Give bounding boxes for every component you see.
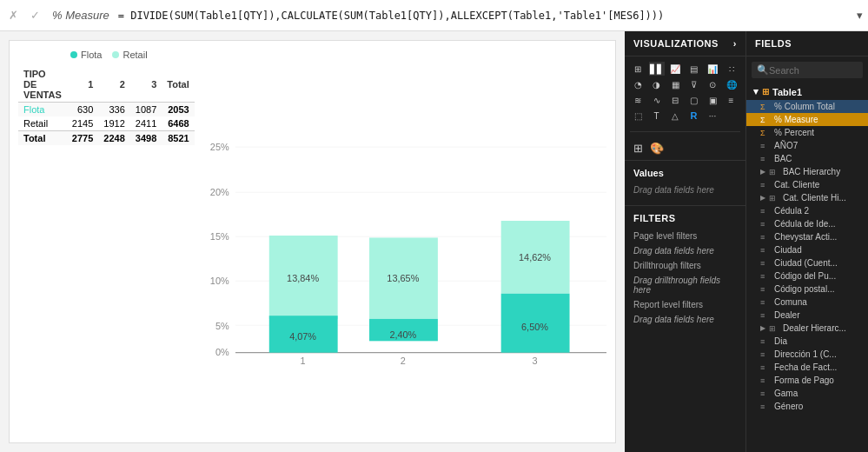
search-box[interactable]: 🔍 (752, 62, 863, 78)
viz-icon-waterfall[interactable]: ≋ (630, 93, 646, 107)
field-hierarchy-icon: ⊞ (769, 324, 779, 333)
field-item[interactable]: ≡ Dia (746, 335, 868, 348)
field-label: BAC (774, 154, 792, 163)
formula-input[interactable] (118, 10, 851, 22)
field-item[interactable]: Σ % Column Total (746, 100, 868, 113)
expand-icon: ▶ (760, 324, 765, 332)
viz-icon-fields[interactable]: ⊞ (630, 141, 646, 155)
filter-drillthrough[interactable]: Drillthrough filters (633, 258, 737, 273)
field-label: BAC Hierarchy (783, 167, 840, 176)
field-item[interactable]: ≡ Ciudad (Cuent... (746, 256, 868, 269)
viz-icon-line[interactable]: 📈 (667, 62, 683, 76)
field-icon: ≡ (760, 207, 771, 216)
search-input[interactable] (769, 65, 868, 76)
confirm-icon[interactable]: ✓ (27, 7, 43, 23)
viz-icon-column[interactable]: 📊 (705, 62, 720, 76)
field-item[interactable]: ≡ Código del Pu... (746, 269, 868, 282)
viz-icon-ribbon[interactable]: ∿ (649, 93, 665, 107)
visualizations-panel: VISUALIZATIONS › ⊞ ▋▋ 📈 ▤ 📊 ∷ ◔ ◑ ▦ ⊽ ⊙ … (625, 31, 746, 452)
field-label: Código del Pu... (774, 271, 836, 281)
field-item[interactable]: Σ % Percent (746, 126, 868, 139)
viz-icon-shape[interactable]: △ (667, 109, 683, 123)
viz-icon-map[interactable]: 🌐 (724, 77, 739, 91)
filter-page-level[interactable]: Page level filters (633, 229, 737, 243)
values-label: Values (633, 168, 737, 178)
table-header-row: TIPO DE VENTAS 1 2 3 Total (18, 67, 195, 103)
field-label: Género (774, 402, 803, 411)
viz-icon-card[interactable]: ▢ (686, 93, 702, 107)
field-item[interactable]: ≡ Dealer (746, 309, 868, 322)
field-item[interactable]: ▶ ⊞ Cat. Cliente Hi... (746, 191, 868, 204)
row-retail-v3: 2411 (130, 116, 162, 131)
col-header-tipo: TIPO DE VENTAS (18, 67, 67, 103)
field-item[interactable]: ≡ Género (746, 400, 868, 413)
field-label: Gama (774, 389, 798, 398)
field-item[interactable]: ≡ Forma de Pago (746, 374, 868, 387)
field-table-header[interactable]: ▾ ⊞ Table1 (746, 83, 868, 100)
filters-title: FILTERS (633, 213, 737, 223)
viz-icon-bar[interactable]: ▋▋ (649, 62, 665, 76)
field-item[interactable]: ≡ AÑO7 (746, 139, 868, 152)
chart-and-table: TIPO DE VENTAS 1 2 3 Total Flota 630 (18, 67, 606, 434)
filter-report-level[interactable]: Report level filters (633, 297, 737, 312)
field-item[interactable]: ≡ Gama (746, 387, 868, 400)
field-label: AÑO7 (774, 141, 798, 150)
formula-dropdown-icon[interactable]: ▾ (857, 9, 863, 22)
field-item[interactable]: ≡ Chevystar Acti... (746, 230, 868, 243)
viz-icon-pie[interactable]: ◔ (630, 77, 646, 91)
viz-icon-donut[interactable]: ◑ (649, 77, 665, 91)
field-icon: ≡ (760, 285, 771, 294)
field-item[interactable]: ≡ Fecha de Fact... (746, 361, 868, 374)
viz-icon-gauge[interactable]: ⊙ (705, 77, 720, 91)
viz-icon-format[interactable]: 🎨 (649, 141, 665, 155)
viz-icon-table[interactable]: ⊞ (630, 62, 646, 76)
filter-drag-drillthrough[interactable]: Drag drillthrough fields here (633, 273, 737, 297)
field-item[interactable]: ▶ ⊞ Dealer Hierarc... (746, 322, 868, 335)
field-item[interactable]: ≡ Cédula 2 (746, 204, 868, 217)
field-icon: ≡ (760, 402, 771, 411)
row-total-v3: 3498 (130, 131, 162, 146)
fields-list: ▾ ⊞ Table1 Σ % Column Total Σ % Measure … (746, 83, 868, 452)
field-item[interactable]: ≡ BAC (746, 152, 868, 165)
field-item[interactable]: ≡ Dirección 1 (C... (746, 348, 868, 361)
field-icon: ≡ (760, 311, 771, 320)
field-label: Código postal... (774, 284, 835, 294)
col-header-1: 1 (67, 67, 98, 103)
viz-icon-slicer[interactable]: ≡ (724, 93, 739, 107)
legend-dot-retail (112, 51, 119, 58)
field-item[interactable]: ▶ ⊞ BAC Hierarchy (746, 165, 868, 178)
field-label: % Column Total (774, 102, 835, 111)
field-icon: ≡ (760, 298, 771, 307)
row-retail-total: 6468 (162, 116, 194, 131)
viz-icon-text[interactable]: T (649, 109, 665, 123)
field-item[interactable]: ≡ Comuna (746, 296, 868, 309)
field-item[interactable]: ≡ Ciudad (746, 243, 868, 256)
field-item[interactable]: ≡ Cédula de Ide... (746, 217, 868, 230)
field-item[interactable]: Σ % Measure (746, 113, 868, 126)
viz-icons-grid: ⊞ ▋▋ 📈 ▤ 📊 ∷ ◔ ◑ ▦ ⊽ ⊙ 🌐 ≋ ∿ ⊟ ▢ ▣ ≡ (625, 56, 745, 128)
field-item[interactable]: ≡ Código postal... (746, 282, 868, 296)
legend: Flota Retail (18, 50, 606, 60)
table-expand-icon: ▾ (753, 86, 759, 97)
field-label: Dealer Hierarc... (783, 323, 846, 333)
viz-icon-matrix[interactable]: ⊟ (667, 93, 683, 107)
viz-icon-r[interactable]: R (686, 109, 702, 123)
drop-zone-values[interactable]: Drag data fields here (633, 182, 737, 198)
viz-icon-area[interactable]: ▤ (686, 62, 702, 76)
filter-drag-data[interactable]: Drag data fields here (633, 243, 737, 258)
viz-bottom-icons: ⊞ 🎨 (625, 136, 745, 160)
visualizations-expand-icon[interactable]: › (733, 38, 737, 49)
cancel-icon[interactable]: ✗ (5, 7, 22, 23)
viz-icon-treemap[interactable]: ▦ (667, 77, 683, 91)
field-item[interactable]: ≡ Cat. Cliente (746, 178, 868, 191)
filter-drag-report[interactable]: Drag data fields here (633, 312, 737, 327)
viz-icon-more[interactable]: ··· (705, 109, 720, 123)
field-label: Cat. Cliente (774, 180, 819, 189)
viz-icon-kpi[interactable]: ▣ (705, 93, 720, 107)
svg-text:2,40%: 2,40% (389, 329, 416, 340)
viz-icon-scatter[interactable]: ∷ (724, 62, 739, 76)
viz-icon-funnel[interactable]: ⊽ (686, 77, 702, 91)
viz-icon-image[interactable]: ⬚ (630, 109, 646, 123)
expand-icon: ▶ (760, 194, 765, 202)
row-flota-total: 2053 (162, 103, 194, 117)
